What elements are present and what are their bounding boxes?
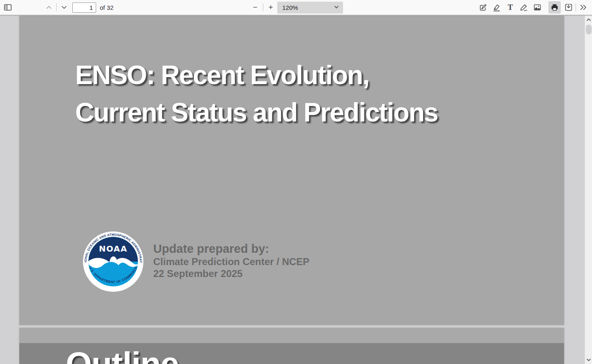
prepared-by-org: Climate Prediction Center / NCEP: [153, 256, 309, 268]
caret-up-icon: [586, 16, 591, 23]
chevron-down-icon: [60, 3, 68, 11]
save-button[interactable]: [563, 2, 574, 13]
plus-icon: +: [268, 3, 273, 12]
toolbar-overflow-button[interactable]: [578, 2, 589, 13]
highlight-tool-button[interactable]: [491, 2, 502, 13]
caret-down-icon: [586, 356, 591, 364]
page-number-input[interactable]: [72, 2, 96, 13]
sidebar-icon: [3, 3, 12, 12]
noaa-wordmark: NOAA: [99, 244, 128, 254]
minus-icon: −: [253, 3, 257, 12]
download-icon: [564, 3, 573, 12]
zoom-level-select[interactable]: 120%: [277, 2, 343, 14]
prepared-by-heading: Update prepared by:: [153, 242, 309, 256]
double-chevron-right-icon: [579, 3, 588, 12]
pdf-viewer-area[interactable]: ENSO: Recent Evolution,Current Status an…: [0, 16, 585, 364]
pdf-page-1: ENSO: Recent Evolution,Current Status an…: [19, 16, 564, 325]
toolbar-divider: [576, 3, 576, 11]
scroll-down-button[interactable]: [585, 357, 592, 363]
signature-icon: [479, 3, 488, 12]
scrollbar-thumb[interactable]: [586, 25, 592, 34]
image-icon: [533, 3, 542, 12]
vertical-scrollbar[interactable]: [585, 16, 592, 364]
prepared-by-block: Update prepared by: Climate Prediction C…: [153, 242, 309, 279]
slide2-title: Outline: [66, 345, 179, 364]
text-tool-button[interactable]: T: [505, 2, 516, 13]
image-tool-button[interactable]: [532, 2, 543, 13]
next-page-button[interactable]: [59, 2, 69, 13]
chevron-up-icon: [45, 3, 53, 11]
zoom-in-button[interactable]: +: [265, 2, 276, 13]
zoom-level-value: 120%: [277, 4, 334, 11]
draw-tool-button[interactable]: [518, 2, 529, 13]
slide-title: ENSO: Recent Evolution,Current Status an…: [75, 57, 438, 131]
toggle-sidebar-button[interactable]: [2, 2, 13, 13]
page-count-label: of 32: [100, 0, 113, 15]
scroll-up-button[interactable]: [585, 16, 592, 23]
signature-tool-button[interactable]: [478, 2, 488, 13]
highlighter-icon: [492, 3, 501, 12]
text-tool-icon: T: [508, 3, 513, 12]
pdf-toolbar: of 32 − + 120% T: [0, 0, 592, 15]
print-button[interactable]: [548, 1, 561, 14]
draw-pen-icon: [519, 3, 528, 12]
slide2-top-band: [19, 328, 564, 343]
chevron-down-icon: [334, 4, 343, 11]
previous-page-button[interactable]: [44, 2, 54, 13]
toolbar-divider: [263, 3, 263, 11]
zoom-out-button[interactable]: −: [250, 2, 260, 13]
noaa-logo: NOAA NATIONAL OCEANIC AND ATMOSPHERIC AD…: [83, 231, 143, 292]
printer-icon: [550, 3, 559, 12]
toolbar-divider: [56, 3, 57, 11]
prepared-by-date: 22 September 2025: [153, 268, 309, 279]
pdf-page-2: Outline: [19, 328, 564, 364]
